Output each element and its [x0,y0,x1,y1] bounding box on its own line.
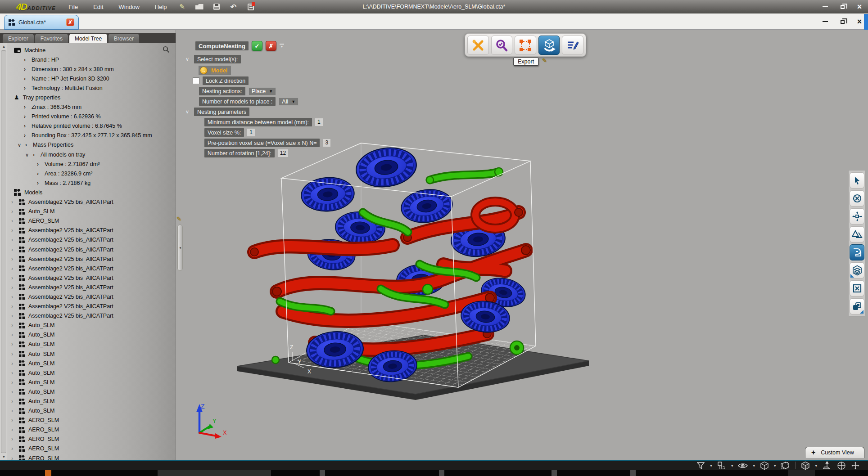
model-link[interactable]: Model [211,67,227,74]
layers-button[interactable] [850,262,864,278]
tree-item[interactable]: › Assemblage2 V25 bis_AllCATPart [8,235,176,245]
tree-item[interactable]: › Relative printed volume : 6.87645 % [8,121,176,131]
tree-item[interactable]: › Area : 23286.9 cm² [8,169,176,178]
scroll-up-icon[interactable]: ▲ [0,45,8,49]
param-value-input[interactable]: 3 [323,139,330,147]
expand-arrow-icon[interactable]: › [37,171,45,177]
expand-arrow-icon[interactable]: › [11,398,19,404]
tree-item[interactable]: › Auto_SLM [8,368,176,377]
tree-item[interactable]: › Assemblage2 V25 bis_AllCATPart [8,311,176,321]
collapse-chevron-icon[interactable]: ∨ [18,143,25,147]
cancel-x-button[interactable]: ✗ [266,41,276,51]
tree-item[interactable]: › Auto_SLM [8,406,176,416]
pan-arrows-icon[interactable] [851,461,860,470]
tree-item[interactable]: › Auto_SLM [8,349,176,359]
move-object-button[interactable] [850,208,864,225]
expand-arrow-icon[interactable]: › [24,66,32,72]
expand-arrow-icon[interactable]: › [11,208,19,215]
expand-arrow-icon[interactable]: › [11,389,19,395]
tag-caret-icon[interactable]: ▾ [731,463,733,468]
tree-item[interactable]: › AERO_SLM [8,454,176,460]
tree-item[interactable]: ∨ › Mass Properties [8,140,176,150]
expand-arrow-icon[interactable]: › [11,379,19,386]
expand-arrow-icon[interactable]: › [11,237,19,243]
lock-z-checkbox[interactable] [193,77,199,84]
child-minimize-icon[interactable] [822,18,828,25]
options-dropdown-icon[interactable]: ▾ [280,44,284,48]
tree-item[interactable]: › Auto_SLM [8,330,176,340]
expand-arrow-icon[interactable]: › [11,199,19,205]
minimize-icon[interactable] [822,4,828,10]
expand-arrow-icon[interactable]: › [11,265,19,272]
child-restore-icon[interactable] [839,18,845,25]
expand-arrow-icon[interactable]: › [11,275,19,281]
panel-splitter[interactable]: ◂ [177,225,183,271]
expand-arrow-icon[interactable]: › [11,341,19,347]
tree-item[interactable]: › Bounding Box : 372.425 x 277.12 x 365.… [8,131,176,140]
notes-alert-icon[interactable] [246,3,255,11]
tree-item[interactable]: › Assemblage2 V25 bis_AllCATPart [8,264,176,273]
expand-arrow-icon[interactable]: › [11,294,19,300]
nesting-actions-select[interactable]: Place▼ [249,87,276,95]
filter-funnel-icon[interactable] [697,462,705,469]
expand-arrow-icon[interactable]: › [11,303,19,310]
collapse-chevron-icon[interactable]: ∨ [25,153,33,157]
inspect-button[interactable] [491,36,513,55]
expand-arrow-icon[interactable]: › [11,313,19,319]
restore-icon[interactable] [839,4,845,10]
section-button[interactable] [850,244,864,260]
model-selection[interactable]: → Model [198,65,231,76]
tree-item[interactable]: › Assemblage2 V25 bis_AllCATPart [8,273,176,283]
param-value-input[interactable]: 1 [315,118,323,126]
eye-caret-icon[interactable]: ▾ [753,463,755,468]
save-icon[interactable] [212,3,221,11]
render-cube-icon[interactable] [801,461,810,470]
tree-item[interactable]: › AERO_SLM [8,416,176,425]
tree-item[interactable]: › Assemblage2 V25 bis_AllCATPart [8,226,176,235]
menu-item[interactable]: File [68,3,79,11]
params-chevron-icon[interactable]: ∨ [185,109,191,115]
tree-item[interactable]: › Auto_SLM [8,207,176,216]
deselect-button[interactable] [850,190,864,207]
duplicate-button[interactable] [850,298,864,314]
tree-item[interactable]: › Auto_SLM [8,377,176,387]
fit-view-icon[interactable] [837,461,846,470]
expand-arrow-icon[interactable]: › [11,256,19,262]
collapse-panel-icon[interactable]: ◂ [179,246,181,250]
tree-item[interactable]: › AERO_SLM [8,216,176,226]
expand-arrow-icon[interactable]: › [24,85,32,91]
delete-region-button[interactable] [850,280,864,296]
display-cube-icon[interactable] [760,461,769,470]
close-icon[interactable]: × [856,4,863,10]
expand-arrow-icon[interactable]: › [11,227,19,234]
expand-arrow-icon[interactable]: › [24,123,32,129]
tree-item[interactable]: › Assemblage2 V25 bis_AllCATPart [8,198,176,207]
menu-item[interactable]: Help [154,3,168,11]
expand-arrow-icon[interactable]: › [25,142,33,148]
expand-arrow-icon[interactable]: › [11,417,19,423]
tree-item[interactable]: ∨ › All models on tray [8,150,176,159]
child-close-icon[interactable]: × [856,18,863,25]
expand-arrow-icon[interactable]: › [37,161,45,167]
render-caret-icon[interactable]: ▾ [815,463,817,468]
tree-item[interactable]: › Brand : HP [8,55,176,64]
open-folder-icon[interactable] [195,3,204,11]
quill-icon[interactable]: ✎ [178,3,187,11]
tree-item[interactable]: › Auto_SLM [8,396,176,406]
expand-arrow-icon[interactable]: › [24,132,32,139]
tree-item[interactable]: › Assemblage2 V25 bis_AllCATPart [8,245,176,254]
expand-arrow-icon[interactable]: › [11,445,19,452]
panel-tab[interactable]: Model Tree [69,34,107,43]
nesting-layout-button[interactable] [515,36,536,55]
expand-arrow-icon[interactable]: › [24,57,32,63]
mesh-triangles-button[interactable] [850,226,864,242]
param-value-input[interactable]: 1 [247,129,255,136]
expand-arrow-icon[interactable]: › [11,360,19,367]
param-value-input[interactable]: 12 [278,149,288,157]
expand-arrow-icon[interactable]: › [24,76,32,82]
tree-item[interactable]: › Zmax : 366.345 mm [8,103,176,112]
expand-arrow-icon[interactable]: › [11,322,19,328]
expand-arrow-icon[interactable]: › [11,247,19,253]
tree-item[interactable]: › Auto_SLM [8,340,176,349]
plane-orient-icon[interactable] [822,461,832,470]
